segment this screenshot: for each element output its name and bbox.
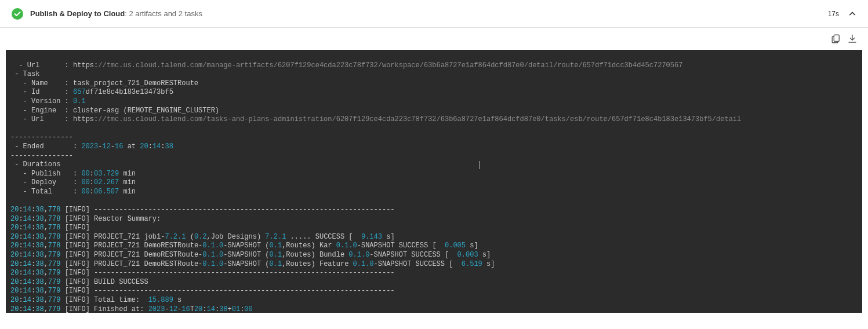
log-text: 38 bbox=[35, 242, 43, 250]
log-text: [INFO] bbox=[60, 233, 94, 241]
log-text: 14 bbox=[23, 305, 31, 313]
copy-log-icon[interactable] bbox=[831, 34, 841, 44]
log-text: 38 bbox=[35, 251, 43, 259]
log-text: 20 bbox=[10, 278, 19, 286]
log-text: 778 bbox=[48, 242, 61, 250]
log-text: [INFO] bbox=[60, 206, 94, 214]
log-text: https: bbox=[73, 61, 98, 70]
log-text: 14 bbox=[23, 278, 31, 286]
horizontal-scrollbar[interactable] bbox=[6, 313, 862, 322]
log-text: [INFO] bbox=[60, 305, 94, 313]
log-text: 14 bbox=[23, 215, 31, 223]
log-text: 0.1.0 bbox=[348, 251, 369, 259]
log-text: min bbox=[119, 188, 136, 196]
log-text: 779 bbox=[48, 287, 61, 295]
log-text: 14 bbox=[23, 287, 31, 295]
log-text: 779 bbox=[48, 278, 61, 286]
log-text: PROJECT_721 DemoRESTRoute- bbox=[94, 242, 202, 250]
log-text: 0.1.0 bbox=[202, 242, 223, 250]
log-text: BUILD SUCCESS bbox=[94, 278, 148, 286]
log-text: task_project_721_DemoRESTRoute bbox=[73, 79, 198, 87]
log-text: 20 bbox=[194, 305, 202, 313]
log-text: s] bbox=[382, 233, 395, 241]
log-text: //tmc.us.cloud.talend.com/manage-artifac… bbox=[98, 61, 682, 70]
log-text: 14 bbox=[23, 242, 31, 250]
log-text: 38 bbox=[165, 142, 173, 151]
log-text: 38 bbox=[35, 233, 43, 241]
log-text: ----------------------------------------… bbox=[94, 287, 394, 295]
text-cursor-icon bbox=[480, 161, 480, 169]
log-text: - Publish : bbox=[10, 170, 81, 178]
log-text: 00 bbox=[81, 170, 89, 178]
log-text: + bbox=[228, 305, 232, 313]
log-text: 7.2.1 bbox=[265, 233, 286, 241]
log-text: 00 bbox=[81, 188, 89, 196]
log-text: - Url : bbox=[10, 115, 73, 123]
log-text: 38 bbox=[35, 269, 43, 277]
log-text: 01 bbox=[232, 305, 240, 313]
log-text: - Total : bbox=[10, 188, 81, 196]
log-text: 14 bbox=[23, 233, 31, 241]
log-text: - Ended : bbox=[10, 142, 81, 151]
log-text: --------------- bbox=[10, 133, 73, 141]
log-text: ,Routes) Kar bbox=[282, 242, 336, 250]
log-text: - Version : bbox=[10, 97, 73, 105]
log-text: 14 bbox=[23, 296, 31, 304]
log-text: 16 bbox=[115, 142, 123, 151]
success-check-icon bbox=[12, 8, 23, 20]
log-text: Finished at: bbox=[94, 305, 148, 313]
log-text: min bbox=[119, 170, 136, 178]
log-text: s] bbox=[466, 242, 478, 250]
log-text: 00 bbox=[81, 178, 89, 187]
log-text: 7.2.1 bbox=[165, 233, 186, 241]
log-text: 20 bbox=[10, 260, 19, 268]
log-text: ,Job Designs) bbox=[207, 233, 266, 241]
log-text: 16 bbox=[181, 305, 190, 313]
log-text: T bbox=[190, 305, 194, 313]
log-text: Reactor Summary: bbox=[94, 215, 161, 223]
log-text: -SNAPSHOT SUCCESS [ bbox=[357, 242, 445, 250]
log-text: 779 bbox=[48, 296, 61, 304]
log-text: [INFO] bbox=[60, 215, 94, 223]
download-log-icon[interactable] bbox=[847, 34, 858, 44]
log-text: 38 bbox=[35, 224, 43, 232]
log-text: Total time: bbox=[94, 296, 148, 304]
log-text: [INFO] bbox=[60, 287, 94, 295]
log-text: 14 bbox=[207, 305, 215, 313]
log-text: - Task bbox=[10, 70, 39, 78]
log-text: ,Routes) Bundle bbox=[282, 251, 348, 259]
log-output[interactable]: - Url : https://tmc.us.cloud.talend.com/… bbox=[6, 50, 862, 313]
log-toolbar bbox=[0, 28, 868, 50]
log-text: 657 bbox=[73, 88, 86, 96]
log-text: 0.1.0 bbox=[353, 260, 374, 268]
log-text: s] bbox=[478, 251, 491, 259]
log-text: 38 bbox=[35, 296, 43, 304]
log-text: 0.1.0 bbox=[202, 260, 223, 268]
log-text: [INFO] bbox=[60, 269, 94, 277]
collapse-chevron-icon[interactable] bbox=[848, 10, 856, 18]
log-text: 14 bbox=[23, 224, 31, 232]
log-text: min bbox=[119, 178, 136, 187]
log-text: 6.519 bbox=[462, 260, 482, 268]
log-text: - Engine : bbox=[10, 107, 73, 115]
log-text: - Durations bbox=[10, 160, 60, 169]
log-text: 20 bbox=[10, 242, 19, 250]
log-text: PROJECT_721 DemoRESTRoute- bbox=[94, 251, 202, 259]
log-text: 778 bbox=[48, 215, 61, 223]
log-text: - Deploy : bbox=[10, 178, 81, 187]
log-text: 2023 bbox=[81, 142, 98, 151]
log-text: cluster-asg (REMOTE_ENGINE_CLUSTER) bbox=[73, 107, 219, 115]
log-text: 12 bbox=[102, 142, 110, 151]
log-text: 38 bbox=[35, 206, 43, 214]
log-text: [INFO] bbox=[60, 278, 94, 286]
log-text: 0.1 bbox=[270, 251, 282, 259]
log-text: 14 bbox=[23, 269, 31, 277]
log-text: 02.267 bbox=[94, 178, 119, 187]
log-text: 20 bbox=[140, 142, 148, 151]
log-text: 14 bbox=[152, 142, 161, 151]
log-text: -SNAPSHOT ( bbox=[223, 260, 269, 268]
log-text: 20 bbox=[10, 287, 19, 295]
log-text: ----------------------------------------… bbox=[94, 206, 394, 214]
log-text: at bbox=[123, 142, 140, 151]
log-text: PROJECT_721 job1- bbox=[94, 233, 165, 241]
